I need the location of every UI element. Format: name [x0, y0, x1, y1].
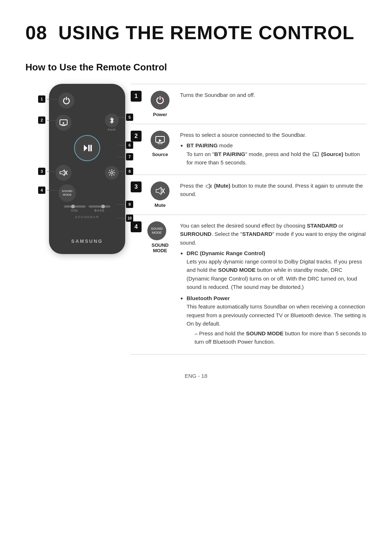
svg-marker-14 — [206, 184, 209, 188]
soundmode-table-icon: SOUNDMODE — [147, 221, 166, 240]
settings-button[interactable] — [105, 166, 119, 180]
mute-label: Mute — [147, 203, 173, 208]
source-bullet-1: BT PAIRING mode To turn on "BT PAIRING" … — [187, 141, 367, 167]
svg-point-7 — [111, 172, 113, 174]
descriptions-table: 1 Power Turns the Soundba — [131, 84, 367, 355]
samsung-brand: SAMSUNG — [56, 238, 119, 244]
callout-7: 7 — [126, 153, 133, 160]
callout-9: 9 — [126, 201, 133, 208]
num-cell-2: 2 — [131, 124, 144, 175]
icon-cell-power: Power — [144, 84, 176, 124]
svg-rect-3 — [90, 145, 92, 151]
content-area: 1 2 — [25, 84, 367, 355]
svg-rect-10 — [313, 152, 318, 156]
svg-rect-2 — [88, 145, 90, 151]
source-label: Source — [147, 152, 173, 157]
table-row-source: 2 Source Press to select — [131, 124, 367, 175]
page-title: 08 USING THE REMOTE CONTROL — [25, 22, 367, 44]
desc-cell-soundmode: You can select the desired sound effect … — [176, 215, 367, 355]
source-bullets: BT PAIRING mode To turn on "BT PAIRING" … — [187, 141, 367, 167]
svg-point-8 — [159, 100, 161, 101]
slider-row: VOL BASS — [56, 205, 119, 212]
soundmode-bullets: DRC (Dynamic Range Control) Lets you app… — [187, 249, 367, 346]
table-row-soundmode: 4 SOUNDMODE SOUND MODE You can select th… — [131, 215, 367, 355]
callout-4: 4 — [38, 187, 45, 194]
callout-2: 2 — [38, 116, 45, 124]
soundmode-bullet-bt: Bluetooth Power This feature automatical… — [187, 294, 367, 346]
bt-power-sub: Press and hold the SOUND MODE button for… — [195, 329, 367, 346]
svg-marker-4 — [60, 170, 64, 176]
desc-cell-mute: Press the (Mute) button to mute the soun… — [176, 175, 367, 215]
desc-cell-source: Press to select a source connected to th… — [176, 124, 367, 175]
svg-marker-1 — [84, 145, 87, 151]
source-button[interactable] — [56, 115, 72, 131]
num-cell-4: 4 — [131, 215, 144, 355]
feature-table: 1 Power Turns the Soundba — [131, 84, 367, 355]
power-icon — [151, 91, 170, 110]
icon-cell-soundmode: SOUNDMODE SOUND MODE — [144, 215, 176, 355]
icon-cell-source: Source — [144, 124, 176, 175]
remote-body: 1 2 — [49, 84, 125, 254]
svg-rect-9 — [156, 136, 164, 142]
icon-cell-mute: Mute — [144, 175, 176, 215]
desc-cell-power: Turns the Soundbar on and off. — [176, 84, 367, 124]
power-label: Power — [147, 112, 173, 117]
svg-marker-11 — [156, 187, 161, 195]
vol-slider[interactable]: VOL — [64, 205, 86, 212]
callout-6: 6 — [126, 142, 133, 149]
playback-button[interactable] — [74, 135, 100, 161]
section-title: How to Use the Remote Control — [25, 62, 367, 73]
num-cell-3: 3 — [131, 175, 144, 215]
mute-button[interactable] — [56, 165, 72, 181]
source-icon — [151, 131, 170, 150]
power-button[interactable] — [58, 93, 74, 109]
mute-icon — [151, 181, 170, 200]
callout-1: 1 — [38, 95, 45, 103]
soundmode-button[interactable]: SOUNDMODE — [58, 184, 76, 202]
callout-8: 8 — [126, 168, 133, 175]
callout-3: 3 — [38, 168, 45, 175]
bass-slider[interactable]: BASS — [89, 205, 110, 212]
bt-pair-button[interactable] — [105, 114, 119, 127]
remote-illustration: 1 2 — [25, 84, 131, 254]
soundmode-bullet-drc: DRC (Dynamic Range Control) Lets you app… — [187, 249, 367, 291]
callout-10: 10 — [126, 214, 133, 222]
svg-rect-0 — [60, 120, 67, 125]
soundmode-label: SOUND MODE — [147, 242, 173, 253]
table-row-power: 1 Power Turns the Soundba — [131, 84, 367, 124]
soundbar-label: SOUNDBAR — [56, 215, 119, 219]
callout-5: 5 — [126, 114, 133, 121]
table-row-mute: 3 Mute Press the — [131, 175, 367, 215]
footer: ENG - 18 — [25, 373, 367, 379]
